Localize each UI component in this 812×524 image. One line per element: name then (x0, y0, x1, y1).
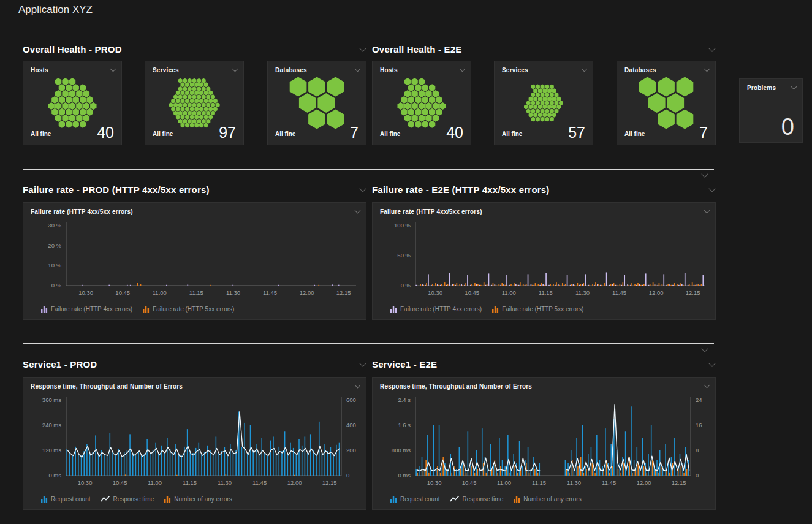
bar[interactable] (658, 285, 659, 286)
bar[interactable] (528, 274, 529, 286)
bar[interactable] (585, 466, 586, 476)
bar[interactable] (612, 466, 613, 476)
bar[interactable] (425, 285, 426, 286)
bar[interactable] (471, 284, 472, 286)
bar[interactable] (310, 434, 311, 476)
hexagon[interactable] (202, 94, 206, 99)
hexagon[interactable] (531, 85, 535, 89)
bar[interactable] (440, 473, 441, 476)
bar[interactable] (127, 450, 128, 476)
hexagon[interactable] (208, 99, 213, 104)
hexagon[interactable] (529, 96, 533, 101)
bar[interactable] (553, 284, 554, 286)
bar[interactable] (95, 435, 96, 476)
bar[interactable] (451, 473, 452, 476)
hexagon[interactable] (83, 102, 89, 110)
hexagon[interactable] (188, 119, 192, 124)
bar[interactable] (487, 284, 488, 286)
bar[interactable] (615, 285, 617, 286)
hexagon[interactable] (202, 119, 206, 124)
bar[interactable] (233, 452, 234, 476)
hexagon[interactable] (194, 82, 199, 87)
hexagon[interactable] (542, 96, 547, 101)
hexagon[interactable] (425, 90, 431, 97)
bar[interactable] (107, 455, 108, 476)
hexagon[interactable] (199, 82, 203, 87)
hexagon[interactable] (188, 78, 192, 83)
bar[interactable] (506, 275, 507, 286)
hexagon[interactable] (422, 84, 428, 91)
hexagon[interactable] (55, 102, 61, 110)
bar[interactable] (630, 285, 631, 286)
legend-item[interactable]: Failure rate (HTTP 4xx errors) (40, 305, 132, 313)
bar[interactable] (431, 285, 432, 286)
bar[interactable] (645, 273, 647, 286)
bar[interactable] (455, 285, 456, 286)
hexagon[interactable] (178, 111, 183, 116)
bar[interactable] (82, 285, 83, 286)
chevron-down-icon[interactable] (359, 186, 366, 193)
hexagon[interactable] (194, 107, 199, 112)
bar[interactable] (647, 473, 648, 476)
bar[interactable] (89, 454, 91, 476)
hexagon[interactable] (183, 94, 187, 99)
legend-item[interactable]: Response time (450, 495, 504, 503)
bar[interactable] (585, 274, 586, 286)
bar[interactable] (634, 460, 635, 476)
bar[interactable] (500, 466, 501, 476)
bar[interactable] (609, 285, 610, 286)
bar[interactable] (658, 473, 659, 476)
hexagon[interactable] (197, 102, 201, 107)
bar[interactable] (339, 443, 340, 476)
hexagon[interactable] (90, 102, 96, 110)
hexagon[interactable] (176, 107, 180, 112)
hexagon[interactable] (178, 78, 183, 83)
bar[interactable] (150, 452, 151, 476)
bar[interactable] (659, 283, 660, 286)
bar[interactable] (698, 284, 699, 286)
hexagon[interactable] (194, 99, 199, 104)
bar[interactable] (428, 473, 430, 476)
bar[interactable] (689, 284, 690, 286)
bar[interactable] (276, 454, 277, 476)
hexagon[interactable] (59, 121, 65, 128)
hexagon[interactable] (185, 99, 189, 104)
bar[interactable] (663, 274, 664, 286)
bar[interactable] (628, 466, 629, 476)
hexagon[interactable] (181, 82, 185, 87)
hexagon[interactable] (547, 88, 552, 93)
bar[interactable] (576, 438, 577, 476)
hexagon[interactable] (76, 90, 82, 97)
hexagon[interactable] (55, 78, 61, 85)
hexagon[interactable] (213, 99, 218, 104)
bar[interactable] (569, 473, 570, 476)
hexagon[interactable] (541, 93, 545, 97)
bar[interactable] (187, 284, 188, 286)
bar[interactable] (447, 284, 449, 286)
hexagon[interactable] (197, 119, 201, 124)
bar[interactable] (537, 473, 539, 476)
hexagon[interactable] (62, 78, 68, 85)
hexagon[interactable] (181, 99, 185, 104)
bar[interactable] (471, 466, 472, 476)
hexagon[interactable] (541, 108, 545, 113)
hexagon[interactable] (411, 78, 417, 85)
hexagon[interactable] (327, 109, 344, 129)
bar[interactable] (528, 447, 529, 476)
bar[interactable] (558, 284, 559, 286)
bar[interactable] (571, 284, 572, 286)
bar[interactable] (125, 474, 126, 476)
hexagon[interactable] (51, 108, 58, 116)
bar[interactable] (167, 438, 168, 476)
bar[interactable] (437, 284, 438, 286)
bar[interactable] (683, 285, 684, 286)
bar[interactable] (118, 449, 120, 476)
hexagon[interactable] (648, 93, 666, 113)
legend-item[interactable]: Failure rate (HTTP 5xx errors) (491, 305, 583, 313)
bar[interactable] (210, 285, 211, 286)
hexagon[interactable] (404, 78, 411, 85)
hexagon[interactable] (188, 102, 192, 107)
bar[interactable] (314, 285, 315, 286)
hexagon[interactable] (69, 115, 75, 122)
hexagon[interactable] (204, 123, 208, 127)
